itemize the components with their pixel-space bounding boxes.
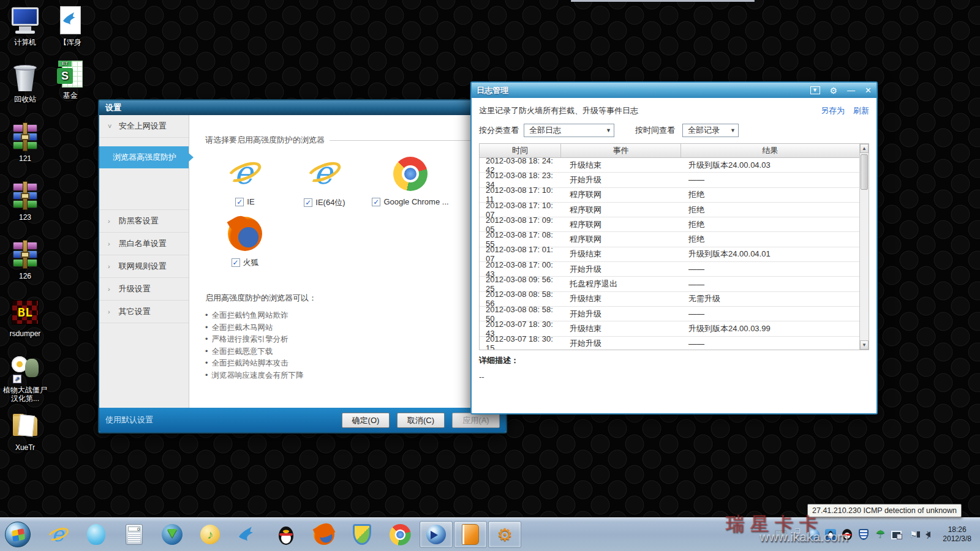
taskbar-bird-app-icon[interactable] xyxy=(236,522,260,547)
ok-button[interactable]: 确定(O) xyxy=(342,413,390,428)
sidebar-item-other[interactable]: › 其它设置 xyxy=(99,301,189,323)
log-window-title: 日志管理 xyxy=(477,85,508,96)
desktop-icon-pvz[interactable]: ➚ 植物大战僵尸 汉化第... xyxy=(3,354,47,403)
log-table-body: 2012-03-08 18: 24: 42 升级结束 升级到版本24.00.04… xyxy=(480,158,859,350)
winrar-archive-icon xyxy=(10,181,40,211)
desktop-icon-computer[interactable]: 计算机 xyxy=(5,6,45,47)
taskbar-music-icon[interactable]: ♪ xyxy=(198,522,222,547)
orange-book-icon xyxy=(462,524,479,545)
time-filter-select[interactable]: 全部记录 ▼ xyxy=(682,124,739,137)
taskbar-clock[interactable]: 18:26 2012/3/8 xyxy=(940,525,976,544)
firefox-icon xyxy=(228,217,262,251)
save-as-link[interactable]: 另存为 xyxy=(821,105,845,116)
benefits-list: 全面拦截钓鱼网站欺诈 全面拦截木马网站 严格进行搜索引擎分析 全面拦截恶意下载 … xyxy=(205,310,497,381)
scroll-up-arrow[interactable]: ▲ xyxy=(860,144,869,153)
gear-icon[interactable]: ⚙ xyxy=(830,86,838,95)
taskbar-chrome-icon[interactable] xyxy=(388,522,412,547)
winrar-archive-icon xyxy=(10,122,40,152)
minimize-button[interactable]: — xyxy=(847,86,855,95)
sidebar-spacer xyxy=(99,168,189,210)
browser-option-ie: e ✓ IE xyxy=(205,157,285,208)
refresh-link[interactable]: 刷新 xyxy=(853,105,869,116)
desktop-icon-rsdumper[interactable]: ΒL rsdumper xyxy=(5,298,45,338)
table-row[interactable]: 2012-03-07 18: 30: 15 开始升级 —— xyxy=(480,337,859,350)
taskbar-ie-icon[interactable]: e xyxy=(46,522,70,547)
scroll-down-arrow[interactable]: ▼ xyxy=(860,340,869,350)
sidebar-item-upgrade[interactable]: › 升级设置 xyxy=(99,278,189,301)
document-bird-icon xyxy=(56,6,85,36)
spreadsheet-icon: ETS xyxy=(56,59,85,89)
bird-glyph xyxy=(237,525,259,544)
desktop-icon-126[interactable]: 126 xyxy=(5,240,45,280)
desktop-icon-121[interactable]: 121 xyxy=(5,122,45,163)
taskbar-qq-icon[interactable] xyxy=(274,522,298,547)
settings-titlebar[interactable]: 设置 xyxy=(99,100,506,115)
folder-icon xyxy=(10,411,40,441)
taskbar-calculator-icon[interactable]: 0 xyxy=(122,522,146,547)
log-titlebar[interactable]: 日志管理 ▼ ⚙ — ✕ xyxy=(472,83,876,98)
recycle-bin-icon xyxy=(10,63,40,92)
tray-umbrella-icon[interactable]: ☂ xyxy=(874,528,886,541)
hidden-window-edge[interactable] xyxy=(571,0,755,2)
firefox-checkbox[interactable]: ✓ xyxy=(232,258,240,267)
benefit-item: 全面拦截木马网站 xyxy=(205,322,497,334)
browser-option-chrome: ✓ Google Chrome ... xyxy=(364,157,456,208)
chrome-checkbox[interactable]: ✓ xyxy=(372,198,380,206)
tray-volume-icon[interactable] xyxy=(924,528,936,541)
column-header-event: 事件 xyxy=(561,144,681,157)
apply-button[interactable]: 应用(A) xyxy=(452,413,500,428)
show-hidden-icons-button[interactable]: ❏▾ xyxy=(791,528,804,541)
sidebar-item-blackwhite-list[interactable]: › 黑白名单设置 xyxy=(99,233,189,255)
taskbar-shield-icon[interactable] xyxy=(350,522,374,547)
log-window: 日志管理 ▼ ⚙ — ✕ 这里记录了防火墙所有拦截、升级等事件日志 另存为 刷新… xyxy=(470,81,878,414)
log-table: 时间 事件 结果 2012-03-08 18: 24: 42 升级结束 升级到版… xyxy=(479,143,869,350)
desktop-icon-123[interactable]: 123 xyxy=(5,181,45,222)
chevron-right-icon: › xyxy=(108,263,116,270)
rsdumper-icon: ΒL xyxy=(10,298,40,327)
settings-window-title: 设置 xyxy=(105,103,121,112)
settings-window: 设置 ˅ 安全上网设置 浏览器高强度防护 › 防黑客设置 › 黑白名单设置 › … xyxy=(98,99,507,433)
taskbar-qq-doctor-icon[interactable] xyxy=(84,522,108,547)
feedback-icon[interactable]: ▼ xyxy=(810,86,820,94)
sidebar-item-browser-protection[interactable]: 浏览器高强度防护 xyxy=(99,146,189,168)
sidebar-item-network-rules[interactable]: › 联网规则设置 xyxy=(99,255,189,278)
sidebar-item-antihacker[interactable]: › 防黑客设置 xyxy=(99,210,189,233)
use-default-settings-link[interactable]: 使用默认设置 xyxy=(105,414,153,425)
chrome-icon xyxy=(393,157,428,191)
tray-qq-icon[interactable] xyxy=(841,528,853,541)
benefits-title: 启用高强度防护的浏览器可以： xyxy=(205,293,497,304)
desktop-icon-fund[interactable]: ETS 基金 xyxy=(50,59,91,100)
browser-option-firefox: ✓ 火狐 xyxy=(205,217,285,268)
benefit-item: 严格进行搜索引擎分析 xyxy=(205,334,497,346)
tray-penguin-box-icon[interactable] xyxy=(824,528,837,541)
desktop-icon-label: 计算机 xyxy=(5,38,45,47)
vertical-scrollbar[interactable]: ▲ ▼ xyxy=(859,144,869,350)
scrollbar-thumb[interactable] xyxy=(861,154,868,190)
taskbar-firefox-icon[interactable] xyxy=(312,522,336,547)
desktop-icon-xuetr[interactable]: XueTr xyxy=(5,411,45,452)
desktop-icon-document[interactable]: 【浑身 xyxy=(50,6,91,47)
sidebar-group-safe-web[interactable]: ˅ 安全上网设置 xyxy=(99,115,189,138)
detail-value: -- xyxy=(479,372,869,381)
detail-label: 详细描述： xyxy=(479,355,869,366)
category-filter-select[interactable]: 全部日志 ▼ xyxy=(524,124,614,137)
chevron-down-icon: ▼ xyxy=(598,127,611,133)
chevron-right-icon: › xyxy=(108,217,116,225)
taskbar-window-book[interactable] xyxy=(454,521,487,548)
input-keyboard-icon[interactable] xyxy=(775,528,787,541)
taskbar-window-firewall[interactable] xyxy=(420,521,453,548)
winrar-archive-icon xyxy=(10,240,40,269)
tray-shield-icon[interactable] xyxy=(858,528,870,541)
taskbar-window-settings[interactable]: ⚙ xyxy=(488,521,521,548)
tray-sphere-icon[interactable] xyxy=(808,528,820,541)
tray-network-icon[interactable] xyxy=(891,528,903,541)
close-button[interactable]: ✕ xyxy=(865,86,872,95)
desktop-icon-recycle-bin[interactable]: 回收站 xyxy=(5,63,45,103)
ie-checkbox[interactable]: ✓ xyxy=(235,198,244,206)
start-button[interactable] xyxy=(5,522,31,547)
cancel-button[interactable]: 取消(C) xyxy=(397,413,445,428)
taskbar-downloader-icon[interactable] xyxy=(160,522,184,547)
benefit-item: 全面拦截恶意下载 xyxy=(205,346,497,358)
ie64-checkbox[interactable]: ✓ xyxy=(304,198,312,207)
windows-logo-icon xyxy=(12,528,25,542)
